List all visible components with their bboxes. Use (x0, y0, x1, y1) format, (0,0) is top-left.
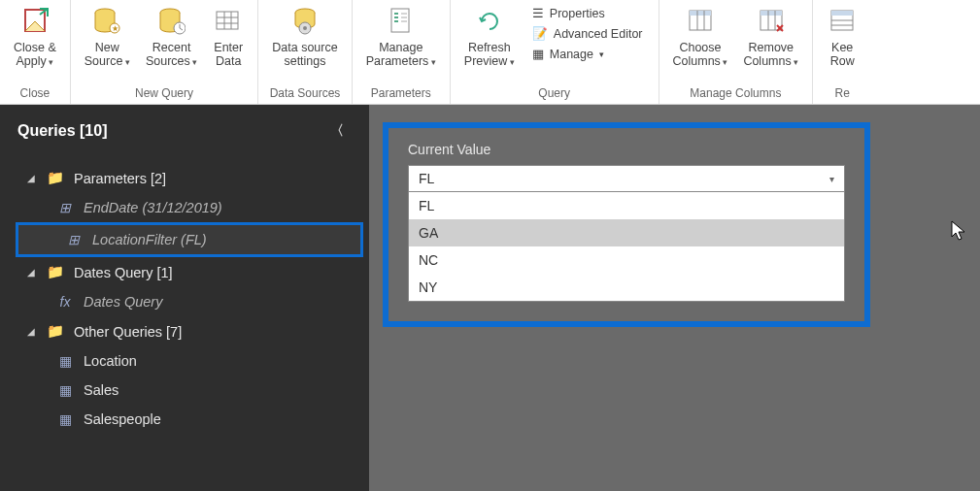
refresh-preview-label: Refresh Preview (464, 41, 511, 68)
queries-title: Queries [10] (17, 122, 107, 140)
enddate-label: EndDate (31/12/2019) (84, 200, 222, 215)
choose-columns-button[interactable]: Choose Columns ▾ (665, 2, 736, 71)
ribbon-group-parameters: Manage Parameters ▾ Parameters (353, 0, 451, 104)
location-query[interactable]: ▦ Location (10, 346, 369, 376)
dropdown-option[interactable]: NC (409, 246, 844, 274)
ribbon-group-close-label: Close (6, 82, 64, 104)
salespeople-label: Salespeople (84, 411, 161, 427)
sales-query[interactable]: ▦ Sales (10, 376, 369, 405)
folder-icon: 📁 (47, 170, 64, 186)
locationfilter-label: LocationFilter (FL) (92, 232, 207, 247)
enddate-parameter[interactable]: ⊞ EndDate (31/12/2019) (10, 193, 369, 222)
remove-columns-button[interactable]: Remove Columns ▾ (735, 2, 806, 71)
svg-rect-6 (217, 12, 238, 29)
ribbon-group-reduce-rows: Kee Row Re (813, 0, 871, 104)
parameter-panel: Current Value FL ▾ FLGANCNY (383, 122, 870, 327)
current-value-dropdown[interactable]: FL ▾ (408, 165, 845, 192)
ribbon-group-new-query-label: New Query (77, 82, 253, 104)
ribbon-group-new-query: ★ New Source ▾ Recent Sources ▾ Enter Da… (71, 0, 259, 104)
recent-icon (156, 6, 187, 37)
mouse-cursor-icon (950, 219, 969, 243)
current-value-label: Current Value (408, 142, 845, 157)
location-label: Location (84, 353, 137, 369)
enter-data-button[interactable]: Enter Data (205, 2, 252, 71)
close-apply-icon (19, 6, 51, 37)
advanced-editor-button[interactable]: 📝Advanced Editor (528, 24, 647, 43)
manage-button[interactable]: ▦Manage ▾ (528, 45, 647, 63)
ribbon-group-query: Refresh Preview ▾ ☰Properties 📝Advanced … (451, 0, 659, 104)
new-source-label: New Source (84, 41, 123, 68)
locationfilter-parameter[interactable]: ⊞ LocationFilter (FL) (18, 225, 360, 254)
ribbon-group-data-sources: Data source settings Data Sources (258, 0, 352, 104)
dropdown-option[interactable]: GA (409, 219, 844, 246)
manage-icon: ▦ (532, 47, 544, 61)
manage-parameters-button[interactable]: Manage Parameters ▾ (358, 2, 444, 71)
dates-group-label: Dates Query [1] (74, 265, 173, 280)
parameters-group[interactable]: ◢ 📁 Parameters [2] (10, 163, 369, 193)
selected-highlight: ⊞ LocationFilter (FL) (16, 222, 363, 257)
choose-columns-icon (685, 6, 716, 37)
advanced-editor-label: Advanced Editor (554, 27, 643, 41)
table-icon: ▦ (56, 382, 74, 398)
fx-icon: fx (56, 294, 74, 310)
svg-rect-14 (391, 9, 409, 32)
manage-parameters-label: Manage Parameters (366, 41, 429, 68)
expand-icon: ◢ (27, 267, 37, 278)
svg-rect-32 (831, 11, 853, 16)
salespeople-query[interactable]: ▦ Salespeople (10, 405, 369, 434)
ribbon-group-manage-columns: Choose Columns ▾ Remove Columns ▾ Manage… (659, 0, 814, 104)
close-apply-button[interactable]: Close & Apply ▾ (6, 2, 64, 71)
keep-rows-label: Kee Row (830, 41, 855, 68)
other-queries-group[interactable]: ◢ 📁 Other Queries [7] (10, 316, 369, 346)
parameters-icon (386, 6, 417, 37)
keep-rows-icon (827, 6, 858, 37)
ribbon-group-data-sources-label: Data Sources (264, 82, 345, 104)
properties-label: Properties (550, 7, 605, 20)
dates-query-item[interactable]: fx Dates Query (10, 287, 369, 316)
remove-columns-label: Remove Columns (743, 41, 794, 68)
folder-icon: 📁 (47, 264, 64, 280)
collapse-sidebar-button[interactable]: 〈 (322, 118, 352, 144)
svg-point-13 (303, 26, 307, 30)
ribbon-group-query-label: Query (456, 82, 653, 104)
svg-rect-22 (690, 11, 711, 16)
svg-rect-16 (394, 16, 398, 18)
queries-tree: ◢ 📁 Parameters [2] ⊞ EndDate (31/12/2019… (0, 157, 369, 434)
dropdown-option[interactable]: NY (409, 274, 844, 301)
folder-icon: 📁 (47, 323, 64, 340)
choose-columns-label: Choose Columns (673, 41, 722, 68)
refresh-preview-button[interactable]: Refresh Preview ▾ (456, 2, 523, 71)
ribbon-group-manage-columns-label: Manage Columns (665, 82, 807, 104)
queries-sidebar: Queries [10] 〈 ◢ 📁 Parameters [2] ⊞ EndD… (0, 105, 369, 491)
parameters-group-label: Parameters [2] (74, 171, 166, 186)
keep-rows-button[interactable]: Kee Row (819, 2, 865, 71)
ribbon-group-close: Close & Apply ▾ Close (0, 0, 71, 104)
dropdown-option[interactable]: FL (409, 192, 844, 219)
recent-sources-button[interactable]: Recent Sources ▾ (138, 2, 205, 71)
new-source-button[interactable]: ★ New Source ▾ (77, 2, 138, 71)
settings-icon (289, 6, 321, 37)
table-icon: ▦ (56, 353, 74, 369)
ribbon-group-reduce-label: Re (819, 82, 865, 104)
queries-header: Queries [10] 〈 (0, 105, 369, 157)
current-value-selected: FL (419, 171, 434, 186)
properties-button[interactable]: ☰Properties (528, 4, 647, 22)
svg-rect-17 (394, 20, 398, 22)
remove-columns-icon (756, 6, 787, 37)
other-queries-label: Other Queries [7] (74, 324, 182, 340)
expand-icon: ◢ (27, 326, 37, 337)
dates-query-label: Dates Query (84, 294, 162, 310)
svg-rect-26 (760, 11, 782, 16)
dates-group[interactable]: ◢ 📁 Dates Query [1] (10, 257, 369, 287)
current-value-combo: FL ▾ FLGANCNY (408, 165, 845, 302)
sales-label: Sales (84, 382, 118, 398)
expand-icon: ◢ (27, 173, 37, 183)
enter-data-icon (213, 6, 244, 37)
svg-text:★: ★ (112, 24, 118, 33)
content-area: Current Value FL ▾ FLGANCNY (369, 105, 980, 491)
database-icon: ★ (91, 6, 122, 37)
ribbon-group-parameters-label: Parameters (358, 82, 444, 104)
data-source-settings-button[interactable]: Data source settings (264, 2, 345, 71)
ribbon: Close & Apply ▾ Close ★ New Source ▾ Rec… (0, 0, 980, 105)
svg-rect-15 (394, 13, 398, 15)
